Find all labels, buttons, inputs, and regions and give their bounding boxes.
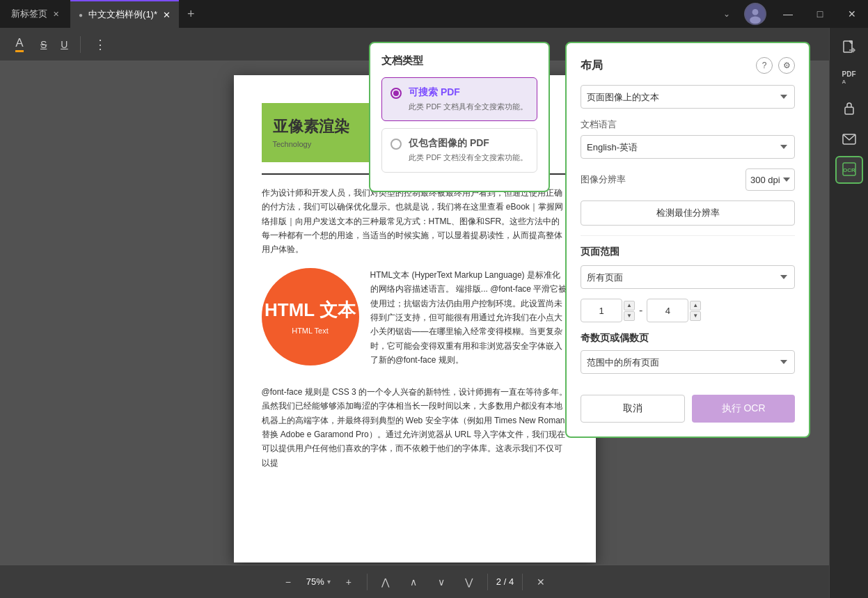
total-pages: 4 — [509, 576, 514, 587]
sidebar-pdf-button[interactable]: PDFA — [835, 64, 863, 92]
close-view-icon: ✕ — [537, 576, 545, 588]
chevron-down-icon: ⌄ — [723, 9, 730, 19]
gear-icon: ⚙ — [783, 61, 791, 70]
page-to-up-button[interactable]: ▲ — [690, 301, 701, 310]
svg-text:OCR: OCR — [843, 167, 855, 173]
pdf-html-body: HTML文本 (HyperText Markup Language) 是标准化的… — [370, 268, 568, 368]
font-color-button[interactable]: A — [8, 33, 31, 56]
searchable-pdf-radio[interactable] — [390, 88, 402, 99]
layout-select[interactable]: 页面图像上的文本 — [581, 85, 795, 109]
sidebar-ocr-button[interactable]: OCR — [835, 156, 863, 184]
language-select[interactable]: English-英语 — [581, 135, 795, 159]
strikethrough-button[interactable]: S — [36, 36, 51, 53]
user-avatar[interactable] — [744, 3, 766, 25]
tab-new[interactable]: 新标签页 ✕ — [0, 0, 70, 28]
next-page-icon: ∨ — [438, 576, 445, 588]
tab-new-close-icon[interactable]: ✕ — [53, 10, 59, 19]
page-from-down-button[interactable]: ▼ — [624, 311, 635, 321]
dpi-label: 图像分辨率 — [581, 173, 740, 186]
tab-active[interactable]: ● 中文文档样例(1)* ✕ — [70, 0, 179, 28]
dpi-row: 图像分辨率 300 dpi — [581, 168, 795, 191]
last-page-button[interactable]: ⋁ — [459, 572, 479, 592]
underline-button[interactable]: U — [56, 36, 72, 53]
zoom-level-text: 75% — [306, 576, 324, 587]
zoom-in-icon: + — [346, 576, 352, 588]
svg-point-1 — [752, 9, 759, 15]
ocr-icon: OCR — [842, 162, 857, 178]
minimize-button[interactable]: — — [772, 0, 804, 28]
tab-modified-indicator: ● — [79, 11, 83, 19]
page-inputs-row: ▲ ▼ - ▲ ▼ — [581, 299, 795, 322]
page-from-input[interactable] — [581, 299, 622, 322]
sidebar-protect-button[interactable] — [835, 95, 863, 123]
odd-even-select[interactable]: 范围中的所有页面 — [581, 350, 795, 374]
tab-active-label: 中文文档样例(1)* — [88, 8, 157, 21]
page-to-down-button[interactable]: ▼ — [690, 311, 701, 321]
tab-active-close-icon[interactable]: ✕ — [163, 10, 171, 20]
dpi-select[interactable]: 300 dpi — [745, 168, 795, 191]
pdf-html-sub: HTML Text — [292, 325, 329, 338]
tabs-overflow-button[interactable]: ⌄ — [715, 9, 739, 19]
tab-add-button[interactable]: + — [179, 0, 203, 28]
zoom-level-display: 75% ▾ — [306, 576, 331, 587]
close-view-button[interactable]: ✕ — [531, 572, 551, 592]
page-to-input[interactable] — [647, 299, 688, 322]
cancel-button[interactable]: 取消 — [581, 395, 685, 423]
dpi-value-container: 300 dpi — [745, 168, 795, 191]
prev-page-icon: ∧ — [410, 576, 417, 588]
pdf-footer-text: @font-face 规则是 CSS 3 的一个令人兴奋的新特性，设计师拥有一直… — [262, 385, 568, 470]
image-only-pdf-desc: 此类 PDF 文档没有全文搜索功能。 — [409, 152, 528, 163]
ocr-action-buttons: 取消 执行 OCR — [581, 395, 795, 423]
sidebar-send-button[interactable] — [835, 125, 863, 153]
maximize-button[interactable]: □ — [804, 0, 836, 28]
zoom-dropdown-arrow[interactable]: ▾ — [327, 578, 331, 585]
page-from-spinner[interactable]: ▲ ▼ — [624, 301, 635, 321]
lang-section-label: 文档语言 — [581, 118, 795, 131]
detect-resolution-button[interactable]: 检测最佳分辨率 — [581, 200, 795, 226]
font-color-icon: A — [15, 36, 23, 52]
minimize-icon: — — [783, 8, 793, 19]
bottom-separator-2 — [487, 574, 488, 590]
bottom-separator-1 — [367, 574, 368, 590]
searchable-pdf-label: 可搜索 PDF — [409, 86, 528, 99]
zoom-out-icon: − — [285, 576, 291, 588]
help-icon-button[interactable]: ? — [756, 57, 773, 74]
titlebar: 新标签页 ✕ ● 中文文档样例(1)* ✕ + ⌄ — □ ✕ — [0, 0, 868, 28]
page-from-up-button[interactable]: ▲ — [624, 301, 635, 310]
pdf-green-box: 亚像素渲染 Technology — [262, 103, 373, 162]
svg-rect-6 — [845, 107, 853, 114]
searchable-pdf-option[interactable]: 可搜索 PDF 此类 PDF 文档具有全文搜索功能。 — [381, 77, 537, 121]
bottom-separator-3 — [522, 574, 523, 590]
pdf-green-box-title: 亚像素渲染 — [273, 114, 362, 139]
odd-even-title: 奇数页或偶数页 — [581, 332, 795, 345]
image-only-pdf-radio[interactable] — [390, 139, 402, 150]
sidebar-export-button[interactable] — [835, 33, 863, 61]
page-range-select[interactable]: 所有页面 — [581, 265, 795, 289]
question-mark-icon: ? — [762, 61, 767, 70]
settings-icon-button[interactable]: ⚙ — [778, 57, 795, 74]
ocr-panel-title: 布局 — [581, 58, 603, 73]
image-only-pdf-label: 仅包含图像的 PDF — [409, 137, 528, 150]
zoom-out-button[interactable]: − — [278, 572, 298, 592]
toolbar-separator — [80, 36, 81, 53]
first-page-button[interactable]: ⋀ — [376, 572, 395, 592]
ocr-divider — [581, 235, 795, 236]
bottom-toolbar: − 75% ▾ + ⋀ ∧ ∨ ⋁ 2 / 4 ✕ — [0, 565, 829, 598]
page-range-dash: - — [639, 304, 642, 317]
page-range-title: 页面范围 — [581, 246, 795, 258]
zoom-in-button[interactable]: + — [339, 572, 358, 592]
pdf-green-box-sub: Technology — [273, 139, 362, 151]
current-page: 2 — [496, 576, 501, 587]
prev-page-button[interactable]: ∧ — [404, 572, 423, 592]
pdf-body-text: 作为设计师和开发人员，我们对类型的控制最终被最终用户看到，但通过使用正确的付方法… — [262, 186, 568, 257]
document-type-panel: 文档类型 可搜索 PDF 此类 PDF 文档具有全文搜索功能。 仅包含图像的 P… — [369, 42, 550, 192]
image-only-pdf-option[interactable]: 仅包含图像的 PDF 此类 PDF 文档没有全文搜索功能。 — [381, 128, 537, 172]
strikethrough-icon: S — [40, 39, 47, 50]
underline-icon: U — [61, 39, 68, 50]
more-options-button[interactable]: ⋮ — [89, 33, 111, 56]
close-button[interactable]: ✕ — [836, 0, 868, 28]
next-page-button[interactable]: ∨ — [432, 572, 451, 592]
doc-type-title: 文档类型 — [381, 54, 537, 68]
page-to-spinner[interactable]: ▲ ▼ — [690, 301, 701, 321]
run-ocr-button[interactable]: 执行 OCR — [692, 395, 795, 423]
